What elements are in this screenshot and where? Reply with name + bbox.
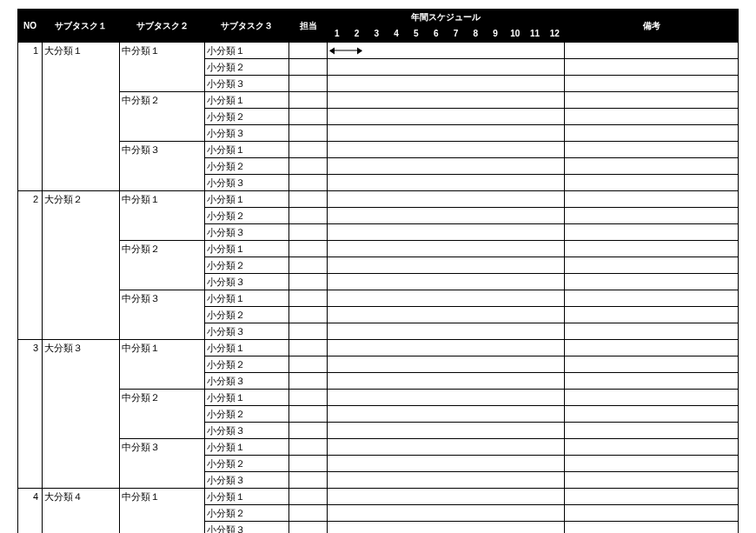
- cell-note: [565, 257, 739, 274]
- cell-sub2: 中分類１: [120, 340, 205, 390]
- cell-no: 2: [18, 191, 43, 340]
- cell-sub2: 中分類３: [120, 290, 205, 340]
- cell-note: [565, 307, 739, 323]
- cell-schedule: [327, 125, 564, 142]
- cell-owner: [289, 307, 327, 323]
- cell-sub3: 小分類１: [204, 241, 289, 257]
- cell-owner: [289, 43, 327, 59]
- cell-owner: [289, 142, 327, 158]
- cell-sub3: 小分類２: [204, 356, 289, 373]
- table-row: 中分類３小分類１: [18, 290, 739, 307]
- cell-schedule: [327, 390, 564, 406]
- cell-note: [565, 439, 739, 456]
- header-month: 10: [505, 26, 525, 43]
- cell-owner: [289, 109, 327, 125]
- cell-schedule: [327, 307, 564, 323]
- cell-no: 3: [18, 340, 43, 489]
- cell-owner: [289, 257, 327, 274]
- cell-sub2: 中分類３: [120, 142, 205, 191]
- table-row: 中分類２小分類１: [18, 390, 739, 406]
- cell-schedule: [327, 158, 564, 175]
- header-month: 11: [525, 26, 545, 43]
- cell-no: 1: [18, 43, 43, 191]
- cell-note: [565, 241, 739, 257]
- header-no: NO: [18, 10, 43, 43]
- cell-schedule: [327, 522, 564, 534]
- table-row: 中分類３小分類１: [18, 142, 739, 158]
- cell-owner: [289, 125, 327, 142]
- cell-schedule: [327, 456, 564, 472]
- cell-sub2: 中分類３: [120, 439, 205, 489]
- cell-schedule: [327, 191, 564, 208]
- cell-sub3: 小分類２: [204, 456, 289, 472]
- cell-note: [565, 390, 739, 406]
- cell-owner: [289, 356, 327, 373]
- cell-owner: [289, 406, 327, 423]
- cell-schedule: [327, 92, 564, 109]
- cell-sub3: 小分類３: [204, 373, 289, 390]
- cell-sub3: 小分類２: [204, 505, 289, 522]
- cell-sub2: 中分類１: [120, 43, 205, 92]
- cell-note: [565, 142, 739, 158]
- cell-sub3: 小分類３: [204, 423, 289, 439]
- cell-schedule: [327, 76, 564, 92]
- cell-note: [565, 274, 739, 290]
- header-sub3: サブタスク３: [204, 10, 289, 43]
- cell-owner: [289, 175, 327, 191]
- cell-note: [565, 290, 739, 307]
- cell-schedule: [327, 109, 564, 125]
- cell-owner: [289, 92, 327, 109]
- cell-owner: [289, 76, 327, 92]
- cell-sub3: 小分類２: [204, 158, 289, 175]
- cell-owner: [289, 290, 327, 307]
- cell-sub2: 中分類２: [120, 390, 205, 439]
- cell-owner: [289, 208, 327, 224]
- table-row: 中分類３小分類１: [18, 439, 739, 456]
- header-schedule: 年間スケジュール: [327, 10, 564, 26]
- cell-sub3: 小分類２: [204, 59, 289, 76]
- cell-owner: [289, 59, 327, 76]
- cell-note: [565, 323, 739, 340]
- header-month: 8: [466, 26, 486, 43]
- cell-sub3: 小分類３: [204, 125, 289, 142]
- header-month: 12: [545, 26, 565, 43]
- cell-sub3: 小分類１: [204, 439, 289, 456]
- header-month: 7: [446, 26, 466, 43]
- cell-note: [565, 158, 739, 175]
- header-month: 5: [407, 26, 427, 43]
- cell-owner: [289, 373, 327, 390]
- cell-sub1: 大分類１: [43, 43, 120, 191]
- cell-schedule: [327, 505, 564, 522]
- table-header: NO サブタスク１ サブタスク２ サブタスク３ 担当 年間スケジュール 備考 1…: [18, 10, 739, 43]
- cell-schedule: [327, 340, 564, 356]
- gantt-bar: [330, 50, 361, 51]
- cell-owner: [289, 423, 327, 439]
- cell-schedule: [327, 373, 564, 390]
- cell-schedule: [327, 43, 564, 59]
- cell-owner: [289, 191, 327, 208]
- cell-schedule: [327, 423, 564, 439]
- cell-sub1: 大分類４: [43, 489, 120, 534]
- schedule-table: NO サブタスク１ サブタスク２ サブタスク３ 担当 年間スケジュール 備考 1…: [17, 9, 739, 533]
- cell-note: [565, 489, 739, 505]
- cell-owner: [289, 456, 327, 472]
- cell-note: [565, 76, 739, 92]
- header-sub1: サブタスク１: [43, 10, 120, 43]
- cell-sub3: 小分類２: [204, 406, 289, 423]
- cell-schedule: [327, 257, 564, 274]
- cell-owner: [289, 489, 327, 505]
- cell-owner: [289, 505, 327, 522]
- cell-owner: [289, 522, 327, 534]
- header-month: 3: [367, 26, 387, 43]
- cell-owner: [289, 439, 327, 456]
- cell-schedule: [327, 224, 564, 241]
- cell-note: [565, 356, 739, 373]
- cell-sub3: 小分類２: [204, 307, 289, 323]
- table-row: 中分類２小分類１: [18, 241, 739, 257]
- cell-owner: [289, 274, 327, 290]
- cell-schedule: [327, 274, 564, 290]
- cell-owner: [289, 241, 327, 257]
- cell-sub3: 小分類１: [204, 142, 289, 158]
- cell-sub3: 小分類３: [204, 323, 289, 340]
- cell-schedule: [327, 241, 564, 257]
